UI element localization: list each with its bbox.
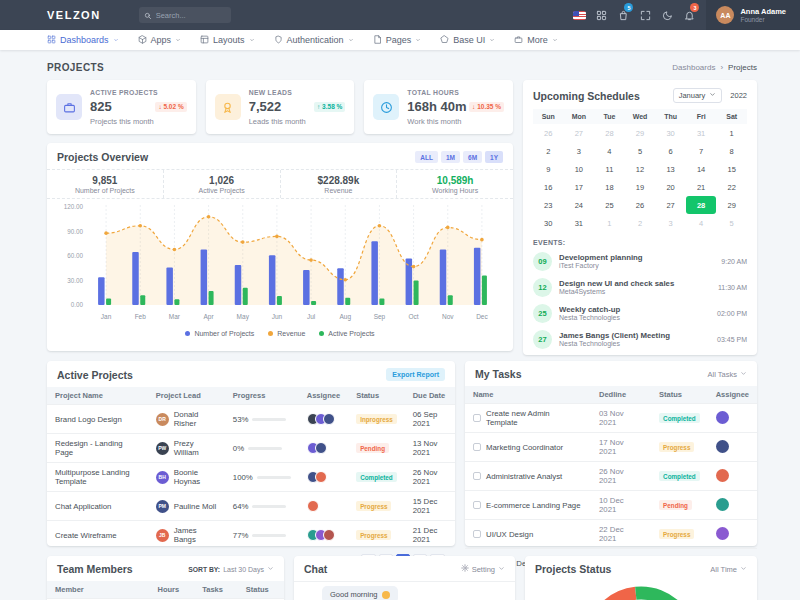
event-item[interactable]: 25Weekly catch-upNesta Technologies02:00…	[523, 300, 757, 326]
menu-item-base-ui[interactable]: Base UI	[440, 35, 495, 46]
range-button-1y[interactable]: 1Y	[485, 151, 503, 163]
calendar-day[interactable]: 4	[686, 214, 717, 232]
task-checkbox[interactable]	[473, 501, 481, 509]
fullscreen-button[interactable]	[634, 0, 656, 30]
calendar-day[interactable]: 11	[594, 160, 625, 178]
task-checkbox[interactable]	[473, 443, 481, 451]
task-row[interactable]: UI/UX Design22 Dec 2021Progress	[465, 520, 757, 549]
team-sort-dropdown[interactable]: SORT BY: Last 30 Days	[188, 565, 274, 573]
global-search[interactable]	[139, 7, 231, 23]
calendar-day[interactable]: 12	[625, 160, 656, 178]
calendar-day[interactable]: 15	[716, 160, 747, 178]
darkmode-button[interactable]	[656, 0, 678, 30]
project-name[interactable]: Brand Logo Design	[47, 405, 148, 434]
legend-item-number-of-projects[interactable]: Number of Projects	[185, 330, 254, 337]
task-row[interactable]: Create new Admin Template03 Nov 2021Comp…	[465, 404, 757, 433]
calendar-day[interactable]: 23	[533, 196, 564, 214]
event-item[interactable]: 09Development planningiTest Factory9:20 …	[523, 248, 757, 274]
table-row[interactable]: Redesign - Landing PagePWPrezy William0%…	[47, 434, 455, 463]
calendar-day[interactable]: 3	[564, 142, 595, 160]
calendar-day[interactable]: 25	[594, 196, 625, 214]
legend-item-active-projects[interactable]: Active Projects	[319, 330, 374, 337]
calendar-day[interactable]: 10	[564, 160, 595, 178]
task-checkbox[interactable]	[473, 472, 481, 480]
menu-item-authentication[interactable]: Authentication	[274, 35, 354, 46]
calendar-day[interactable]: 18	[594, 178, 625, 196]
task-checkbox[interactable]	[473, 414, 481, 422]
breadcrumb-dashboards[interactable]: Dashboards	[672, 63, 715, 72]
calendar-day[interactable]: 22	[716, 178, 747, 196]
calendar-day[interactable]: 31	[564, 214, 595, 232]
menu-item-pages[interactable]: Pages	[373, 35, 422, 46]
tasks-filter-dropdown[interactable]: All Tasks	[708, 370, 747, 379]
calendar-day[interactable]: 1	[716, 124, 747, 142]
calendar-day[interactable]: 13	[655, 160, 686, 178]
calendar-day[interactable]: 5	[716, 214, 747, 232]
task-row[interactable]: E-commerce Landing Page10 Dec 2021Pendin…	[465, 491, 757, 520]
project-name[interactable]: Chat Application	[47, 492, 148, 521]
search-input[interactable]	[156, 11, 226, 20]
event-item[interactable]: 27James Bangs (Client) MeetingNesta Tech…	[523, 326, 757, 352]
table-row[interactable]: Multipurpose Landing TemplateBHBoonie Ho…	[47, 463, 455, 492]
menu-item-more[interactable]: More	[514, 35, 558, 46]
calendar-day[interactable]: 31	[686, 124, 717, 142]
notifications-button[interactable]: 3	[678, 0, 700, 30]
tasks-filter-value: All Tasks	[708, 370, 737, 379]
task-row[interactable]: Marketing Coordinator17 Nov 2021Progress	[465, 433, 757, 462]
calendar-day-selected[interactable]: 28	[686, 196, 717, 214]
language-flag-button[interactable]	[568, 0, 590, 30]
calendar-day[interactable]: 2	[625, 214, 656, 232]
menu-item-dashboards[interactable]: Dashboards	[47, 35, 119, 46]
range-button-6m[interactable]: 6M	[463, 151, 482, 163]
calendar-day[interactable]: 27	[655, 196, 686, 214]
calendar-day[interactable]: 30	[655, 124, 686, 142]
calendar-day[interactable]: 1	[594, 214, 625, 232]
month-select[interactable]: January	[673, 88, 723, 103]
calendar-day[interactable]: 16	[533, 178, 564, 196]
calendar-day[interactable]: 2	[533, 142, 564, 160]
table-row[interactable]: Brand Logo DesignDRDonald Risher53%Inpro…	[47, 405, 455, 434]
project-name[interactable]: Redesign - Landing Page	[47, 434, 148, 463]
export-report-button[interactable]: Export Report	[386, 368, 445, 381]
calendar-day[interactable]: 9	[533, 160, 564, 178]
calendar-day[interactable]: 24	[564, 196, 595, 214]
sort-by-value: Last 30 Days	[223, 566, 264, 573]
app-logo[interactable]: VELZON	[47, 9, 101, 21]
table-row[interactable]: Create WireframeJBJames Bangs77%Progress…	[47, 521, 455, 550]
calendar-day[interactable]: 17	[564, 178, 595, 196]
calendar-day[interactable]: 3	[655, 214, 686, 232]
calendar-day[interactable]: 6	[655, 142, 686, 160]
calendar-day[interactable]: 30	[533, 214, 564, 232]
menu-item-layouts[interactable]: Layouts	[200, 35, 255, 46]
user-menu[interactable]: AA Anna Adame Founder	[706, 0, 800, 30]
range-button-all[interactable]: ALL	[415, 151, 438, 163]
project-name[interactable]: Multipurpose Landing Template	[47, 463, 148, 492]
calendar-day[interactable]: 29	[716, 196, 747, 214]
calendar-day[interactable]: 26	[533, 124, 564, 142]
chat-setting-dropdown[interactable]: Setting	[461, 564, 505, 574]
range-button-1m[interactable]: 1M	[441, 151, 460, 163]
overview-stat: 9,851Number of Projects	[47, 170, 164, 198]
calendar-day[interactable]: 26	[625, 196, 656, 214]
table-row[interactable]: Chat ApplicationPMPauline Moll64%Progres…	[47, 492, 455, 521]
calendar-day[interactable]: 28	[594, 124, 625, 142]
calendar-day[interactable]: 5	[625, 142, 656, 160]
task-row[interactable]: Administrative Analyst26 Nov 2021Complet…	[465, 462, 757, 491]
calendar-day[interactable]: 4	[594, 142, 625, 160]
status-filter-dropdown[interactable]: All Time	[710, 565, 747, 574]
calendar-day[interactable]: 29	[625, 124, 656, 142]
cart-button[interactable]: 5	[612, 0, 634, 30]
calendar-day[interactable]: 20	[655, 178, 686, 196]
calendar-day[interactable]: 19	[625, 178, 656, 196]
task-checkbox[interactable]	[473, 530, 481, 538]
calendar-day[interactable]: 27	[564, 124, 595, 142]
legend-item-revenue[interactable]: Revenue	[268, 330, 305, 337]
menu-item-apps[interactable]: Apps	[138, 35, 182, 46]
project-name[interactable]: Create Wireframe	[47, 521, 148, 550]
calendar-day[interactable]: 7	[686, 142, 717, 160]
apps-grid-button[interactable]	[590, 0, 612, 30]
calendar-day[interactable]: 8	[716, 142, 747, 160]
event-item[interactable]: 12Design new UI and check salesMeta4Syst…	[523, 274, 757, 300]
calendar-day[interactable]: 21	[686, 178, 717, 196]
calendar-day[interactable]: 14	[686, 160, 717, 178]
